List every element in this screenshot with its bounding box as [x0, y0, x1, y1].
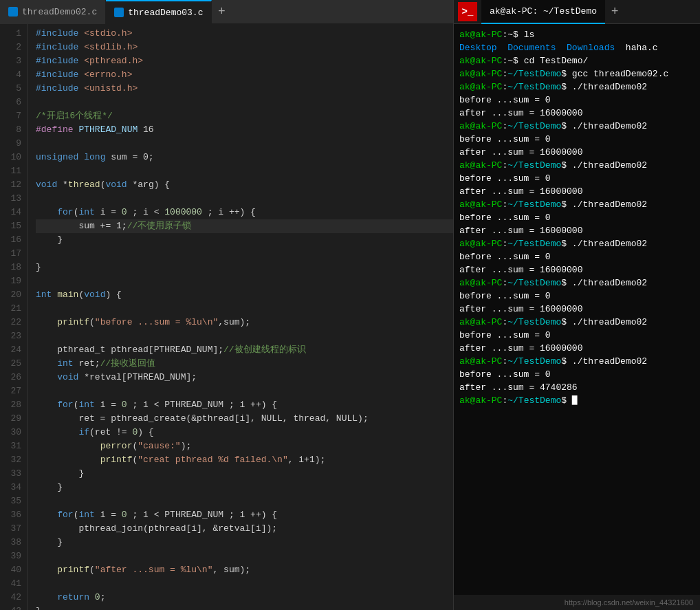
code-line-12: void *thread(void *arg) {: [36, 178, 453, 192]
terminal-body: ak@ak-PC:~$ lsDesktop Documents Download…: [454, 24, 700, 595]
code-line-4: #include <errno.h>: [36, 68, 453, 82]
terminal-line: ak@ak-PC:~/TestDemo$ gcc threadDemo02.c: [459, 67, 694, 80]
tab-threaddemo03[interactable]: threadDemo03.c: [106, 0, 212, 24]
terminal-line: ak@ak-PC:~/TestDemo$ ./threadDemo02: [459, 80, 694, 94]
editor-tab-bar: threadDemo02.c threadDemo03.c +: [0, 0, 453, 24]
editor-panel: threadDemo02.c threadDemo03.c + 12345678…: [0, 0, 454, 610]
file-icon-2: [114, 8, 124, 17]
code-line-1: #include <stdio.h>: [36, 27, 453, 41]
terminal-line: ak@ak-PC:~/TestDemo$ ./threadDemo02: [459, 159, 694, 172]
code-line-34: }: [36, 481, 453, 494]
terminal-line: ak@ak-PC:~$ ls: [459, 28, 694, 41]
terminal-line: after ...sum = 4740286: [459, 381, 694, 394]
code-line-13: [36, 192, 453, 206]
code-line-23: [36, 329, 453, 343]
code-line-6: [36, 96, 453, 109]
tab-label-1: threadDemo02.c: [22, 7, 97, 17]
code-line-43: }: [36, 604, 453, 610]
code-line-17: [36, 247, 453, 261]
code-line-24: pthread_t pthread[PTHREAD_NUM];//被创建线程的标…: [36, 343, 453, 357]
code-line-5: #include <unistd.h>: [36, 82, 453, 96]
terminal-line: ak@ak-PC:~/TestDemo$ ./threadDemo02: [459, 316, 694, 329]
terminal-line: after ...sum = 16000000: [459, 224, 694, 237]
code-area: 1234567891011121314151617181920212223242…: [0, 24, 453, 610]
code-line-33: }: [36, 467, 453, 481]
code-line-29: ret = pthread_create(&pthread[i], NULL, …: [36, 412, 453, 426]
terminal-line: Desktop Documents Downloads haha.c: [459, 41, 694, 54]
code-line-41: [36, 577, 453, 591]
code-line-31: perror("cause:");: [36, 439, 453, 453]
code-line-14: for(int i = 0 ; i < 1000000 ; i ++) {: [36, 206, 453, 219]
code-line-19: [36, 274, 453, 288]
code-line-25: int ret;//接收返回值: [36, 357, 453, 371]
code-line-38: }: [36, 536, 453, 549]
terminal-line: before ...sum = 0: [459, 368, 694, 381]
code-line-30: if(ret != 0) {: [36, 426, 453, 439]
tab-threaddemo02[interactable]: threadDemo02.c: [0, 0, 106, 24]
terminal-line: before ...sum = 0: [459, 172, 694, 185]
code-line-35: [36, 494, 453, 508]
code-line-11: [36, 164, 453, 178]
terminal-line: ak@ak-PC:~/TestDemo$ ./threadDemo02: [459, 198, 694, 211]
file-icon: [8, 7, 18, 17]
terminal-line: before ...sum = 0: [459, 211, 694, 224]
footer-url: https://blog.csdn.net/weixin_44321600: [565, 598, 693, 607]
code-line-21: [36, 302, 453, 316]
code-line-3: #include <pthread.h>: [36, 54, 453, 68]
terminal-line: before ...sum = 0: [459, 94, 694, 107]
code-line-16: }: [36, 233, 453, 247]
terminal-line: ak@ak-PC:~/TestDemo$ █: [459, 394, 694, 407]
code-line-39: [36, 549, 453, 563]
terminal-line: after ...sum = 16000000: [459, 263, 694, 276]
terminal-line: after ...sum = 16000000: [459, 342, 694, 355]
terminal-panel: >_ ak@ak-PC: ~/TestDemo + ak@ak-PC:~$ ls…: [454, 0, 700, 610]
code-line-10: unsigned long sum = 0;: [36, 151, 453, 164]
terminal-line: ak@ak-PC:~/TestDemo$ ./threadDemo02: [459, 276, 694, 290]
terminal-line: ak@ak-PC:~$ cd TestDemo/: [459, 54, 694, 67]
terminal-tab[interactable]: ak@ak-PC: ~/TestDemo: [481, 0, 605, 24]
code-line-40: printf("after ...sum = %lu\n", sum);: [36, 563, 453, 577]
code-line-36: for(int i = 0 ; i < PTHREAD_NUM ; i ++) …: [36, 508, 453, 522]
add-tab-button[interactable]: +: [212, 0, 231, 24]
terminal-line: before ...sum = 0: [459, 250, 694, 263]
code-line-8: #define PTHREAD_NUM 16: [36, 123, 453, 137]
code-line-27: [36, 384, 453, 398]
code-line-32: printf("creat pthread %d failed.\n", i+1…: [36, 453, 453, 467]
terminal-line: after ...sum = 16000000: [459, 185, 694, 198]
code-content: #include <stdio.h>#include <stdlib.h>#in…: [28, 24, 453, 610]
terminal-line: after ...sum = 16000000: [459, 146, 694, 159]
code-line-7: /*开启16个线程*/: [36, 109, 453, 123]
tab-label-2: threadDemo03.c: [128, 8, 203, 18]
terminal-line: ak@ak-PC:~/TestDemo$ ./threadDemo02: [459, 120, 694, 133]
add-terminal-button[interactable]: +: [605, 0, 624, 24]
terminal-line: ak@ak-PC:~/TestDemo$ ./threadDemo02: [459, 355, 694, 368]
code-line-9: [36, 137, 453, 151]
terminal-line: before ...sum = 0: [459, 290, 694, 303]
terminal-tab-bar: >_ ak@ak-PC: ~/TestDemo +: [454, 0, 700, 24]
terminal-line: before ...sum = 0: [459, 329, 694, 342]
terminal-line: ak@ak-PC:~/TestDemo$ ./threadDemo02: [459, 237, 694, 250]
code-line-37: pthread_join(pthread[i], &retval[i]);: [36, 522, 453, 536]
code-line-2: #include <stdlib.h>: [36, 41, 453, 54]
terminal-icon: >_: [458, 2, 477, 21]
terminal-line: after ...sum = 16000000: [459, 107, 694, 120]
code-line-26: void *retval[PTHREAD_NUM];: [36, 371, 453, 384]
line-numbers: 1234567891011121314151617181920212223242…: [0, 24, 28, 610]
terminal-tab-label: ak@ak-PC: ~/TestDemo: [490, 6, 597, 17]
code-line-28: for(int i = 0 ; i < PTHREAD_NUM ; i ++) …: [36, 398, 453, 412]
terminal-footer: https://blog.csdn.net/weixin_44321600: [454, 595, 700, 610]
code-line-18: }: [36, 261, 453, 274]
code-line-22: printf("before ...sum = %lu\n",sum);: [36, 316, 453, 329]
code-line-15: sum += 1;//不使用原子锁: [36, 219, 453, 233]
terminal-line: before ...sum = 0: [459, 133, 694, 146]
code-line-20: int main(void) {: [36, 288, 453, 302]
code-line-42: return 0;: [36, 591, 453, 604]
terminal-line: after ...sum = 16000000: [459, 303, 694, 316]
